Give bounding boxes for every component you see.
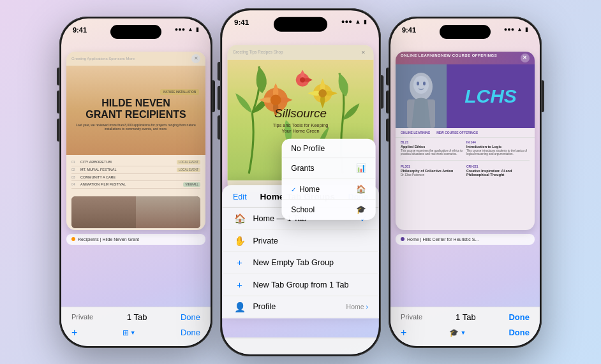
school-grid-icon-3: 🎓 — [449, 328, 459, 337]
sheet-edit-button[interactable]: Edit — [233, 192, 247, 201]
dropdown-grants[interactable]: Grants 📊 — [282, 158, 376, 179]
card3-header-left: ONLINE LEARNING — [401, 54, 441, 62]
school-icon: 🎓 — [356, 205, 366, 214]
sheet-row-private[interactable]: ✋ Private — [222, 229, 379, 252]
power-button-3 — [542, 80, 544, 112]
sheet-profile-label: Profile — [253, 302, 339, 311]
done-button-3[interactable]: Done — [508, 312, 530, 322]
course-col-2: IN 144 Introduction to Logic This course… — [466, 140, 530, 157]
power-button — [212, 80, 215, 112]
dropdown-no-profile[interactable]: No Profile — [282, 138, 376, 157]
dropdown-menu: No Profile Grants 📊 ✓ Home 🏠 School 🎓 — [282, 138, 376, 219]
course-num-2: IN 144 — [466, 140, 530, 144]
url-text-3: Home | Hills Center for Heuristic S... — [407, 237, 479, 242]
card-title-1: HILDE NEVEN GRANT RECIPIENTS — [85, 98, 186, 120]
wifi-icon-2: ▲ — [355, 18, 360, 25]
course-title-2: Introduction to Logic — [466, 145, 530, 149]
add-tab-icon-3[interactable]: + — [401, 327, 406, 339]
add-icon-tab: + — [233, 279, 246, 290]
dropdown-school[interactable]: School 🎓 — [282, 200, 376, 220]
wifi-icon: ▲ — [188, 26, 193, 33]
card-header-1: Greeting Applications Sponsors More ✕ — [66, 52, 205, 66]
power-button-2 — [381, 75, 383, 108]
tab-nav-2: Greeting Tips Recipes Shop — [233, 50, 283, 54]
tab-bar-top-1: Private 1 Tab Done — [71, 312, 200, 322]
phone-3: 9:41 ●●● ▲ ▮ ONLINE LEARNING NEW COURSE … — [389, 17, 542, 348]
phone-1-content: Greeting Applications Sponsors More ✕ NA… — [61, 47, 211, 346]
mute-button-2 — [218, 62, 220, 80]
home-dropdown-icon: 🏠 — [356, 184, 366, 194]
list-item-03: 03 COMMUNITY A CARE — [71, 174, 200, 181]
status-icons-1: ●●● ▲ ▮ — [175, 26, 199, 33]
sheet-private-label: Private — [253, 235, 368, 245]
tab-switcher-3[interactable]: 🎓 ▼ — [449, 328, 466, 337]
add-icon-empty: + — [233, 257, 246, 268]
card2-header: Greeting Tips Recipes Shop ✕ — [228, 45, 374, 59]
grants-icon: 📊 — [356, 163, 366, 173]
close-button-1[interactable]: ✕ — [191, 54, 200, 63]
favicon-3 — [401, 237, 404, 241]
volume-up-button-3 — [386, 91, 389, 113]
tab-bar3-bottom: + 🎓 ▼ Done — [401, 327, 530, 339]
chevron-down-icon-3: ▼ — [460, 330, 466, 336]
status-icons-2: ●●● ▲ ▮ — [341, 18, 367, 25]
dynamic-island-1 — [110, 25, 161, 39]
card3-header-bar: ONLINE LEARNING NEW COURSE OFFERINGS ✕ — [396, 52, 535, 64]
course-divider — [401, 160, 530, 161]
card3-title-area: LCHS — [447, 64, 535, 128]
browser-card-3[interactable]: ONLINE LEARNING NEW COURSE OFFERINGS ✕ — [396, 52, 535, 230]
signal-icon: ●●● — [175, 26, 185, 33]
card-list-1: 01 CITY ARBORETUM LOCAL EVENT 02 MT. MUR… — [66, 155, 205, 193]
card3-courses-2: PL301 Philosophy of Collective Action Dr… — [396, 162, 535, 180]
course-desc-3: Dr. Elise Patterson — [401, 173, 464, 177]
volume-up-button — [57, 91, 59, 113]
status-icons-3: ●●● ▲ ▮ — [504, 26, 528, 33]
done-bottom-1[interactable]: Done — [181, 328, 200, 337]
list-item-04: 04 ANIMATION FILM FESTIVAL VIEW ALL — [71, 181, 200, 189]
url-bar-1[interactable]: Recipients | Hilde Neven Grant — [66, 234, 205, 245]
dropdown-home[interactable]: ✓ Home 🏠 — [282, 178, 376, 200]
course-num-3: PL301 — [401, 164, 464, 168]
course-col-4: CRI-221 Creative Inspiration: AI and Phi… — [466, 164, 530, 177]
no-profile-label: No Profile — [291, 144, 325, 152]
mute-button — [57, 68, 59, 85]
phone-3-content: ONLINE LEARNING NEW COURSE OFFERINGS ✕ — [390, 47, 540, 346]
signal-icon-2: ●●● — [341, 18, 352, 25]
url-text-1: Recipients | Hilde Neven Grant — [78, 237, 139, 242]
add-tab-icon-1[interactable]: + — [71, 327, 77, 339]
card-thumbnail-1 — [71, 196, 200, 228]
done-button-1[interactable]: Done — [181, 312, 200, 322]
sheet-row-profile[interactable]: 👤 Profile Home › — [222, 296, 379, 318]
volume-down-button — [57, 119, 59, 142]
url-bar-3[interactable]: Home | Hills Center for Heuristic S... — [396, 234, 535, 245]
list-item-02: 02 MT. MURAL FESTIVAL LOCAL EVENT — [71, 166, 200, 174]
home-icon-sheet: 🏠 — [233, 213, 246, 224]
nature-install-badge: NATURE INSTALLATION — [160, 89, 199, 95]
browser-card-1[interactable]: Greeting Applications Sponsors More ✕ NA… — [66, 52, 205, 230]
svg-point-12 — [423, 82, 426, 85]
card2-subtitle-line2: Your Home Green — [282, 128, 320, 133]
sheet-row-new-tab[interactable]: + New Tab Group from 1 Tab — [222, 273, 379, 296]
private-label-1: Private — [71, 313, 93, 321]
card3-abbr: LCHS — [464, 87, 517, 106]
done-bottom-3[interactable]: Done — [508, 328, 530, 337]
card3-header-right: NEW COURSE OFFERINGS — [441, 54, 497, 62]
course-col-3: PL301 Philosophy of Collective Action Dr… — [401, 164, 464, 177]
tab-switcher-1[interactable]: ⊞ ▼ — [122, 328, 136, 337]
battery-icon: ▮ — [196, 26, 199, 33]
card3-portrait — [396, 64, 447, 128]
profile-home-label: Home › — [346, 303, 368, 310]
close-button-2[interactable]: ✕ — [359, 47, 368, 57]
course-title-3: Philosophy of Collective Action — [401, 169, 464, 173]
volume-up-button-2 — [218, 85, 220, 110]
sheet-new-empty-label: New Empty Tab Group — [253, 258, 368, 267]
battery-icon-2: ▮ — [364, 18, 367, 25]
phone-1: 9:41 ●●● ▲ ▮ Greeting Applications Spons… — [59, 17, 212, 348]
home-label: Home — [299, 185, 356, 193]
close-button-3[interactable]: ✕ — [521, 54, 530, 62]
mute-button-3 — [386, 68, 389, 85]
sheet-row-new-empty[interactable]: + New Empty Tab Group — [222, 252, 379, 274]
volume-down-button-2 — [218, 115, 220, 140]
tab-bar3-top: Private 1 Tab Done — [401, 312, 530, 322]
svg-point-10 — [413, 76, 429, 94]
